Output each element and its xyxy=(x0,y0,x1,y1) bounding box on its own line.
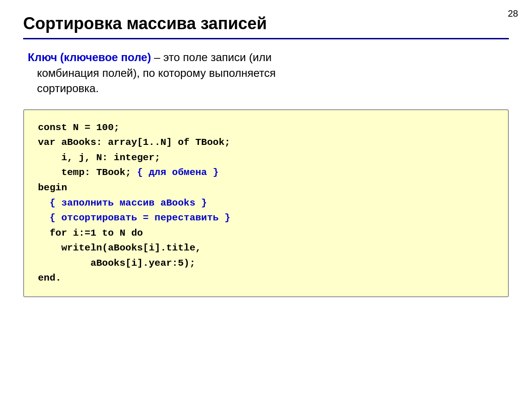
code-comment-2: { заполнить массив aBooks } xyxy=(49,198,207,208)
code-line-10: aBooks[i].year:5); xyxy=(38,256,494,271)
code-line-2: var aBooks: array[1..N] of TBook; xyxy=(38,135,494,150)
code-line-1: const N = 100; xyxy=(38,120,494,136)
code-line-11: end. xyxy=(38,271,494,286)
code-line-7: { отсортировать = переставить } xyxy=(38,211,494,226)
title-divider xyxy=(23,38,509,39)
content-area: Сортировка массива записей Ключ (ключево… xyxy=(0,0,532,311)
code-block: const N = 100; var aBooks: array[1..N] o… xyxy=(23,109,509,297)
definition-paragraph: Ключ (ключевое поле) – это поле записи (… xyxy=(23,50,509,96)
code-line-5: begin xyxy=(38,181,494,196)
code-comment-3: { отсортировать = переставить } xyxy=(49,212,230,223)
page-number: 28 xyxy=(508,8,518,19)
code-line-8: for i:=1 to N do xyxy=(38,226,494,241)
code-line-4: temp: TBook; { для обмена } xyxy=(38,165,494,181)
slide-title: Сортировка массива записей xyxy=(23,14,509,33)
code-line-3: i, j, N: integer; xyxy=(38,150,494,166)
code-line-6: { заполнить массив aBooks } xyxy=(38,196,494,211)
code-comment-1: { для обмена } xyxy=(137,167,218,178)
definition-highlight: Ключ (ключевое поле) xyxy=(28,51,151,63)
code-line-9: writeln(aBooks[i].title, xyxy=(38,241,494,256)
